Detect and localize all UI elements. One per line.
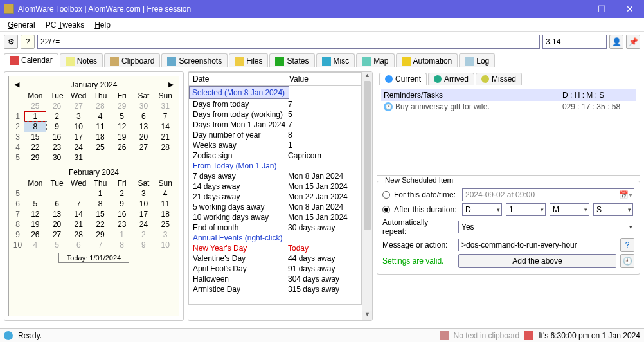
dv-row[interactable]: Annual Events (right-click) xyxy=(189,233,361,243)
cal-day[interactable]: 21 xyxy=(67,219,89,230)
cal-day[interactable]: 22 xyxy=(89,219,111,230)
cal-day[interactable]: 25 xyxy=(154,219,176,230)
cal-day[interactable]: 23 xyxy=(111,219,133,230)
maximize-button[interactable]: ☐ xyxy=(587,0,616,18)
duration-m-select[interactable]: M▾ xyxy=(550,203,589,216)
cal-day[interactable]: 8 xyxy=(111,240,133,250)
help-message-icon[interactable]: ? xyxy=(620,238,634,252)
cal-day[interactable]: 28 xyxy=(154,142,176,152)
tab-screenshots[interactable]: Screenshots xyxy=(161,53,228,68)
help-icon[interactable]: ? xyxy=(21,35,35,49)
subtab-arrived[interactable]: Arrived xyxy=(428,73,474,85)
tab-calendar[interactable]: Calendar xyxy=(4,53,58,68)
dv-row[interactable]: From Today (Mon 1 Jan) xyxy=(189,161,361,171)
cal-day[interactable]: 3 xyxy=(133,188,155,199)
date-time-picker[interactable]: 2024-09-02 at 09:00📅▾ xyxy=(462,188,634,201)
cal-day[interactable]: 25 xyxy=(89,142,111,152)
cal-day[interactable]: 1 xyxy=(89,188,111,199)
cal-day[interactable]: 10 xyxy=(67,122,89,132)
cal-day[interactable]: 30 xyxy=(133,101,155,111)
cal-day[interactable]: 29 xyxy=(89,230,111,240)
menu-general[interactable]: General xyxy=(3,21,40,30)
cal-day[interactable]: 14 xyxy=(154,122,176,132)
cal-day[interactable]: 11 xyxy=(154,199,176,209)
cal-day[interactable]: 16 xyxy=(111,209,133,219)
cal-day[interactable] xyxy=(133,152,155,163)
cal-day[interactable]: 24 xyxy=(133,219,155,230)
gear-icon[interactable]: ⚙ xyxy=(4,35,18,49)
cal-next-icon[interactable]: ▶ xyxy=(168,80,174,89)
cal-day[interactable]: 15 xyxy=(89,209,111,219)
cal-day[interactable]: 21 xyxy=(154,132,176,142)
cal-day[interactable]: 18 xyxy=(89,132,111,142)
cal-day[interactable]: 1 xyxy=(111,230,133,240)
cal-day[interactable]: 19 xyxy=(24,219,46,230)
cal-day[interactable]: 11 xyxy=(89,122,111,132)
dv-row[interactable]: Valentine's Day44 days away xyxy=(189,253,361,264)
tab-states[interactable]: States xyxy=(269,53,314,68)
dv-row[interactable]: Armistice Day315 days away xyxy=(189,284,361,294)
cal-day[interactable]: 2 xyxy=(46,111,68,122)
cal-day[interactable]: 29 xyxy=(24,152,46,163)
tab-files[interactable]: Files xyxy=(229,53,268,68)
dv-row[interactable]: End of month30 days away xyxy=(189,222,361,233)
result-output[interactable] xyxy=(542,35,607,49)
cal-day[interactable]: 2 xyxy=(133,230,155,240)
cal-day[interactable]: 5 xyxy=(111,111,133,122)
dv-row[interactable]: 7 days awayMon 8 Jan 2024 xyxy=(189,171,361,181)
search-input[interactable] xyxy=(37,35,540,49)
dv-row[interactable]: Selected (Mon 8 Jan 2024) xyxy=(189,86,289,99)
dv-row[interactable]: Halloween304 days away xyxy=(189,274,361,284)
cal-day[interactable]: 31 xyxy=(67,152,89,163)
tab-map[interactable]: Map xyxy=(356,53,394,68)
dv-col-value[interactable]: Value xyxy=(285,73,361,86)
cal-day[interactable]: 30 xyxy=(46,152,68,163)
cal-day[interactable]: 17 xyxy=(133,209,155,219)
dv-row[interactable]: Days from Mon 1 Jan 20247 xyxy=(189,120,361,130)
cal-day[interactable]: 8 xyxy=(89,199,111,209)
cal-day[interactable]: 20 xyxy=(133,132,155,142)
cal-day[interactable]: 5 xyxy=(46,240,68,250)
cal-day[interactable]: 14 xyxy=(67,209,89,219)
dv-row[interactable]: April Fool's Day91 days away xyxy=(189,264,361,274)
cal-day[interactable]: 16 xyxy=(46,132,68,142)
cal2-grid[interactable]: MonTueWedThuFriSatSun5123465678910117121… xyxy=(12,178,176,250)
reminder-row[interactable]: 🕑Buy anniversay gift for wife.029 : 17 :… xyxy=(381,101,636,113)
cal-day[interactable] xyxy=(154,152,176,163)
scroll-down-icon[interactable]: ▼ xyxy=(362,311,372,320)
dv-row[interactable]: 21 days awayMon 22 Jan 2024 xyxy=(189,192,361,202)
dv-row[interactable]: Day number of year8 xyxy=(189,130,361,140)
menu-pc-tweaks[interactable]: PC Tweaks xyxy=(40,21,89,30)
cal-day[interactable]: 26 xyxy=(24,230,46,240)
message-input[interactable] xyxy=(458,239,616,251)
cal-day[interactable]: 17 xyxy=(67,132,89,142)
cal-day[interactable] xyxy=(67,188,89,199)
today-button[interactable]: Today: 1/01/2024 xyxy=(58,253,129,263)
close-button[interactable]: ✕ xyxy=(616,0,644,18)
cal-day[interactable]: 4 xyxy=(154,188,176,199)
cal-day[interactable]: 13 xyxy=(46,209,68,219)
repeat-select[interactable]: Yes▾ xyxy=(458,221,634,233)
tab-notes[interactable]: Notes xyxy=(60,53,103,68)
tab-automation[interactable]: Automation xyxy=(396,53,458,68)
dv-row[interactable]: Days from today (working)5 xyxy=(189,109,361,120)
scroll-up-icon[interactable]: ▲ xyxy=(362,72,372,81)
duration-d-select[interactable]: D▾ xyxy=(462,203,502,216)
cal-day[interactable]: 27 xyxy=(67,101,89,111)
tab-misc[interactable]: Misc xyxy=(316,53,355,68)
cal-day[interactable]: 13 xyxy=(133,122,155,132)
cal-day[interactable]: 9 xyxy=(46,122,68,132)
cal-day[interactable]: 24 xyxy=(67,142,89,152)
cal-day[interactable]: 4 xyxy=(89,111,111,122)
cal-day[interactable]: 27 xyxy=(46,230,68,240)
add-button[interactable]: Add the above xyxy=(458,254,616,268)
dv-row[interactable]: Zodiac signCapricorn xyxy=(189,150,361,161)
cal-day[interactable]: 28 xyxy=(67,230,89,240)
menu-help[interactable]: Help xyxy=(89,21,116,30)
cal-day[interactable]: 9 xyxy=(133,240,155,250)
cal-day[interactable]: 19 xyxy=(111,132,133,142)
cal-day[interactable]: 15 xyxy=(24,132,46,142)
cal-day[interactable]: 18 xyxy=(154,209,176,219)
tab-clipboard[interactable]: Clipboard xyxy=(104,53,160,68)
cal-day[interactable]: 4 xyxy=(24,240,46,250)
